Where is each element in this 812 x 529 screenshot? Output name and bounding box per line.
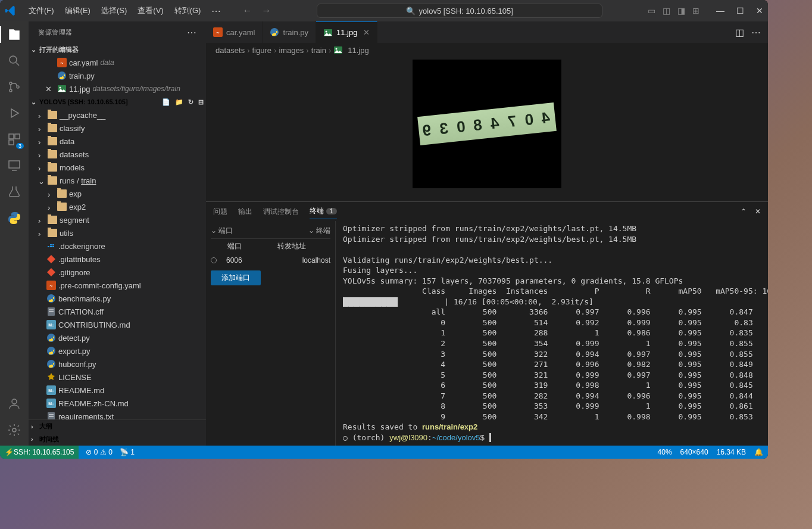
menu-selection[interactable]: 选择(S) (96, 3, 132, 19)
panel-tab-debug[interactable]: 调试控制台 (263, 204, 299, 219)
status-bell-icon[interactable]: 🔔 (754, 448, 763, 456)
file-icon (46, 372, 56, 382)
tree-file[interactable]: hubconf.py (29, 357, 206, 371)
close-button[interactable]: ✕ (756, 6, 763, 15)
tree-file[interactable]: ~.pre-commit-config.yaml (29, 279, 206, 292)
tree-folder[interactable]: ⌄runs / train (29, 174, 206, 187)
editor-tab[interactable]: train.py (263, 21, 316, 43)
tree-file[interactable]: .gitattributes (29, 253, 206, 266)
tabs-more-icon[interactable]: ⋯ (751, 27, 761, 38)
editor-tab[interactable]: ~car.yaml (206, 21, 263, 43)
tree-folder[interactable]: ›exp2 (29, 200, 206, 213)
tree-file[interactable]: M↓CONTRIBUTING.md (29, 318, 206, 331)
tree-file[interactable]: .dockerignore (29, 239, 206, 253)
ab-account-icon[interactable] (6, 396, 23, 412)
open-editor-item[interactable]: ✕11.jpg datasets/figure/images/train (29, 82, 206, 95)
menu-edit[interactable]: 编辑(E) (60, 3, 95, 19)
panel-maximize-icon[interactable]: ⌃ (741, 207, 747, 216)
breadcrumb-item[interactable]: train (311, 46, 326, 55)
status-dimensions[interactable]: 640×640 (680, 448, 708, 456)
breadcrumb-item[interactable]: figure (252, 46, 272, 55)
status-size[interactable]: 16.34 KB (717, 448, 746, 456)
terminal-col-header[interactable]: ⌄ 终端 (308, 226, 330, 236)
menu-view[interactable]: 查看(V) (133, 3, 168, 19)
tree-folder[interactable]: ›segment (29, 213, 206, 226)
breadcrumb-item[interactable]: images (279, 46, 304, 55)
tree-file[interactable]: M↓README.md (29, 384, 206, 397)
breadcrumb-item[interactable]: datasets (216, 46, 245, 55)
tree-folder[interactable]: ›models (29, 161, 206, 174)
menu-more[interactable]: ⋯ (207, 3, 226, 19)
port-status-icon (211, 257, 217, 263)
tree-file[interactable]: export.py (29, 344, 206, 357)
split-editor-icon[interactable]: ◫ (735, 27, 744, 38)
status-remote[interactable]: ⚡ SSH: 10.10.65.105 (0, 446, 79, 459)
menu-file[interactable]: 文件(F) (24, 3, 59, 19)
layout-icon-2[interactable]: ◫ (663, 6, 670, 15)
open-editors-header[interactable]: ⌄ 打开的编辑器 (29, 43, 206, 56)
new-folder-icon[interactable]: 📁 (175, 98, 183, 106)
tree-folder[interactable]: ›datasets (29, 148, 206, 161)
chevron-icon: › (38, 151, 45, 158)
new-file-icon[interactable]: 📄 (162, 98, 170, 106)
tree-file[interactable]: benchmarks.py (29, 292, 206, 305)
layout-icon-4[interactable]: ⊞ (692, 6, 699, 15)
tree-folder[interactable]: ›utils (29, 226, 206, 239)
status-ports[interactable]: 📡 1 (120, 448, 135, 456)
terminal[interactable]: Optimizer stripped from runs/train/exp2/… (336, 221, 768, 446)
image-viewer[interactable]: 93084704 (206, 57, 768, 201)
collapse-icon[interactable]: ⊟ (198, 98, 204, 106)
ab-settings-icon[interactable] (6, 422, 23, 438)
tree-folder[interactable]: ›__pycache__ (29, 108, 206, 122)
close-icon[interactable]: ✕ (45, 85, 55, 94)
ab-remote-icon[interactable] (6, 157, 23, 174)
tree-file[interactable]: LICENSE (29, 371, 206, 384)
editor-tabs: ~car.yamltrain.py11.jpg✕ ◫ ⋯ (206, 21, 768, 43)
timeline-header[interactable]: › 时间线 (29, 432, 206, 446)
menu-go[interactable]: 转到(G) (170, 3, 206, 19)
tree-file[interactable]: detect.py (29, 331, 206, 344)
tree-file[interactable]: M↓README.zh-CN.md (29, 397, 206, 410)
panel-tab-terminal[interactable]: 终端1 (310, 204, 337, 219)
panel-close-icon[interactable]: ✕ (755, 207, 761, 216)
sidebar-title: 资源管理器 (38, 28, 73, 37)
port-row[interactable]: 6006 localhost (211, 254, 330, 267)
open-editor-item[interactable]: ~car.yaml data (29, 56, 206, 69)
refresh-icon[interactable]: ↻ (188, 98, 193, 106)
ports-col-header[interactable]: ⌄ 端口 (211, 226, 233, 236)
ab-scm-icon[interactable] (6, 79, 23, 95)
breadcrumb[interactable]: datasets›figure›images›train›11.jpg (206, 43, 768, 57)
sidebar-more-icon[interactable]: ⋯ (187, 27, 196, 38)
ab-extensions-icon[interactable]: 3 (6, 131, 23, 148)
panel-tab-output[interactable]: 输出 (238, 204, 252, 219)
maximize-button[interactable]: ☐ (736, 6, 744, 15)
open-editor-item[interactable]: train.py (29, 69, 206, 82)
folder-header[interactable]: ⌄ YOLOV5 [SSH: 10.10.65.105] 📄 📁 ↻ ⊟ (29, 95, 206, 108)
status-problems[interactable]: ⊘ 0 ⚠ 0 (86, 448, 112, 456)
tree-folder[interactable]: ›exp (29, 187, 206, 200)
outline-header[interactable]: › 大纲 (29, 419, 206, 432)
ab-explorer-icon[interactable] (6, 26, 23, 43)
tree-file[interactable]: CITATION.cff (29, 305, 206, 318)
ab-python-icon[interactable] (6, 210, 23, 226)
layout-icon-3[interactable]: ◨ (677, 6, 685, 15)
breadcrumb-item[interactable]: 11.jpg (348, 46, 368, 55)
editor-tab[interactable]: 11.jpg✕ (316, 21, 377, 43)
minimize-button[interactable]: — (716, 6, 724, 15)
nav-forward[interactable]: → (261, 5, 271, 16)
nav-back[interactable]: ← (242, 5, 252, 16)
layout-icon-1[interactable]: ▭ (648, 6, 655, 15)
command-center[interactable]: 🔍 yolov5 [SSH: 10.10.65.105] (317, 4, 602, 18)
ab-testing-icon[interactable] (6, 183, 23, 200)
file-tree[interactable]: ›__pycache__›classify›data›datasets›mode… (29, 108, 206, 419)
tree-folder[interactable]: ›classify (29, 122, 206, 135)
tree-folder[interactable]: ›data (29, 135, 206, 148)
add-port-button[interactable]: 添加端口 (211, 270, 261, 285)
status-zoom[interactable]: 40% (658, 448, 672, 456)
panel-tab-problems[interactable]: 问题 (213, 204, 227, 219)
ab-search-icon[interactable] (6, 52, 23, 69)
ab-debug-icon[interactable] (6, 105, 23, 122)
tree-file[interactable]: reauirements.txt (29, 410, 206, 419)
tab-close-icon[interactable]: ✕ (363, 28, 370, 37)
tree-file[interactable]: .gitignore (29, 266, 206, 279)
